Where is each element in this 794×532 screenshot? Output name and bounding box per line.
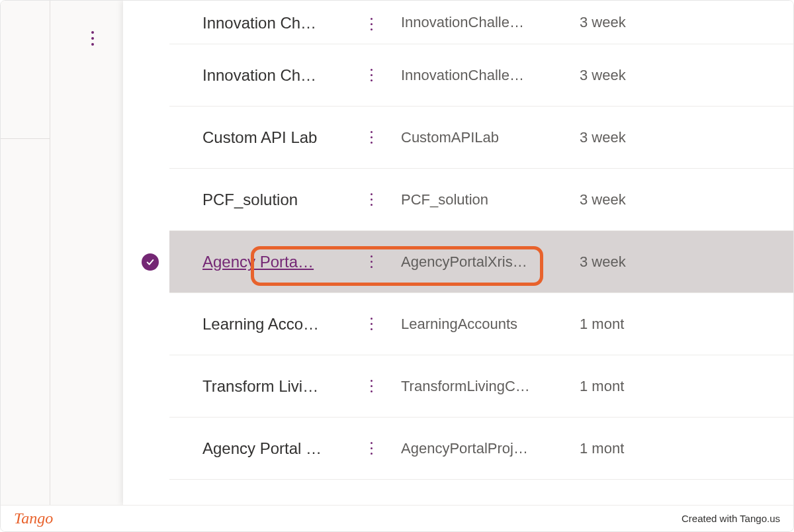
- row-actions-cell: [341, 127, 401, 148]
- solutions-table: Innovation Ch…InnovationChalle…3 weekInn…: [169, 1, 793, 505]
- internal-name-cell: CustomAPILab: [401, 129, 580, 146]
- row-more-menu[interactable]: [367, 14, 376, 34]
- kebab-dot: [371, 447, 373, 449]
- row-more-menu[interactable]: [367, 438, 376, 459]
- kebab-dot: [371, 136, 373, 138]
- checkmark-circle-icon: [142, 253, 159, 271]
- app-window: n Innovation Ch…InnovationChalle…3 weekI…: [1, 1, 793, 505]
- kebab-dot: [371, 318, 373, 320]
- internal-name-cell: TransformLivingC…: [401, 378, 580, 395]
- internal-name-cell: AgencyPortalXris…: [401, 253, 580, 271]
- kebab-dot: [371, 385, 373, 387]
- kebab-dot: [91, 43, 94, 46]
- table-row[interactable]: Transform Livi…TransformLivingC…1 mont: [169, 355, 793, 418]
- kebab-dot: [371, 23, 373, 25]
- modified-time-cell: 3 week: [580, 14, 793, 31]
- kebab-dot: [371, 193, 373, 195]
- tango-logo: Tango: [14, 510, 53, 527]
- kebab-dot: [371, 131, 373, 133]
- modified-time-cell: 3 week: [580, 67, 793, 84]
- modified-time-cell: 1 mont: [580, 316, 793, 333]
- created-with-label: Created with Tango.us: [682, 513, 780, 524]
- kebab-dot: [371, 204, 373, 206]
- solution-name-cell[interactable]: Agency Porta…: [169, 253, 341, 271]
- row-actions-cell: [341, 14, 401, 34]
- sidebar-divider: [1, 138, 50, 139]
- table-row[interactable]: Agency Porta…AgencyPortalXris…3 week: [169, 231, 793, 293]
- kebab-dot: [371, 328, 373, 330]
- row-more-menu[interactable]: [367, 314, 376, 334]
- solution-name-cell[interactable]: Learning Acco…: [169, 315, 341, 333]
- internal-name-cell: PCF_solution: [401, 191, 580, 208]
- kebab-dot: [371, 18, 373, 20]
- solution-name-cell[interactable]: Innovation Ch…: [169, 14, 341, 32]
- kebab-dot: [371, 199, 373, 200]
- row-more-menu[interactable]: [367, 65, 376, 85]
- internal-name-cell: InnovationChalle…: [401, 67, 580, 84]
- row-actions-cell: [341, 376, 401, 396]
- solution-name-cell[interactable]: Innovation Ch…: [169, 66, 341, 85]
- row-actions-cell: [341, 438, 401, 459]
- table-row[interactable]: Agency Portal …AgencyPortalProj…1 mont: [169, 418, 793, 480]
- modified-time-cell: 3 week: [580, 253, 793, 271]
- kebab-dot: [371, 380, 373, 382]
- kebab-dot: [91, 31, 94, 34]
- kebab-dot: [371, 323, 373, 325]
- internal-name-cell: AgencyPortalProj…: [401, 440, 580, 457]
- modified-time-cell: 1 mont: [580, 378, 793, 395]
- table-row[interactable]: Innovation Ch…InnovationChalle…3 week: [169, 44, 793, 107]
- kebab-dot: [371, 74, 373, 76]
- row-actions-cell: [341, 314, 401, 334]
- sidebar-truncated-panel: n: [1, 1, 7, 505]
- table-row[interactable]: Innovation Ch…InnovationChalle…3 week: [169, 1, 793, 44]
- modified-time-cell: 1 mont: [580, 440, 793, 457]
- internal-name-cell: LearningAccounts: [401, 316, 580, 333]
- kebab-dot: [371, 261, 373, 263]
- kebab-dot: [371, 28, 373, 30]
- row-actions-cell: [341, 189, 401, 210]
- kebab-dot: [371, 142, 373, 144]
- table-row[interactable]: Learning Acco…LearningAccounts1 mont: [169, 293, 793, 355]
- row-more-menu[interactable]: [367, 189, 376, 210]
- row-more-menu[interactable]: [367, 251, 376, 272]
- solution-name-cell[interactable]: PCF_solution: [169, 191, 341, 209]
- solution-name-cell[interactable]: Transform Livi…: [169, 377, 341, 396]
- row-selection-indicator[interactable]: [138, 250, 162, 274]
- table-row[interactable]: Custom API LabCustomAPILab3 week: [169, 107, 793, 169]
- kebab-dot: [91, 37, 94, 40]
- table-row[interactable]: PCF_solutionPCF_solution3 week: [169, 169, 793, 231]
- solution-name-cell[interactable]: Custom API Lab: [169, 128, 341, 147]
- kebab-dot: [371, 69, 373, 71]
- row-more-menu[interactable]: [367, 376, 376, 396]
- kebab-dot: [371, 255, 373, 257]
- row-actions-cell: [341, 251, 401, 272]
- modified-time-cell: 3 week: [580, 129, 793, 146]
- sidebar-secondary-panel: [50, 1, 123, 505]
- main-content-panel: Innovation Ch…InnovationChalle…3 weekInn…: [123, 1, 793, 505]
- kebab-dot: [371, 266, 373, 268]
- sidebar-more-menu[interactable]: [85, 28, 101, 48]
- kebab-dot: [371, 390, 373, 392]
- solution-name-cell[interactable]: Agency Portal …: [169, 439, 341, 458]
- kebab-dot: [371, 453, 373, 455]
- left-sidebar: n: [1, 1, 50, 505]
- row-more-menu[interactable]: [367, 127, 376, 148]
- footer: Tango Created with Tango.us: [1, 505, 793, 531]
- modified-time-cell: 3 week: [580, 191, 793, 208]
- kebab-dot: [371, 442, 373, 444]
- kebab-dot: [371, 79, 373, 81]
- row-actions-cell: [341, 65, 401, 85]
- internal-name-cell: InnovationChalle…: [401, 14, 580, 31]
